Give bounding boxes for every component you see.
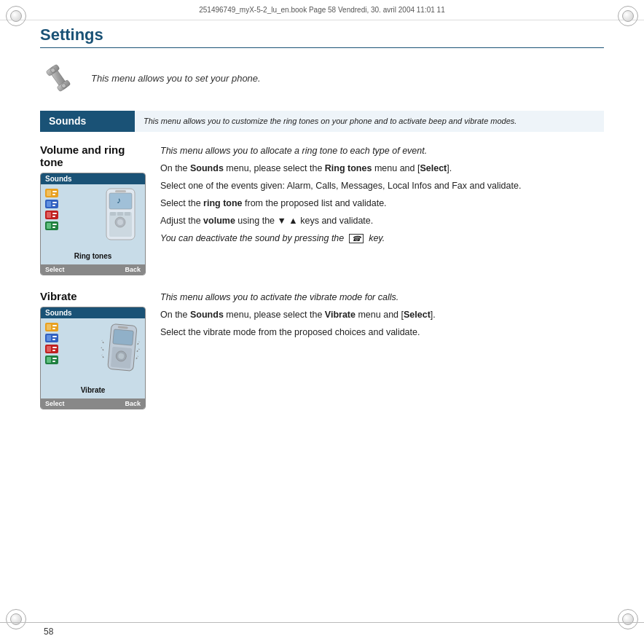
vol-desc-1: This menu allows you to allocate a ring …: [160, 144, 604, 158]
svg-rect-28: [117, 212, 123, 216]
phone-screen-body-ringtones: ♪ Ring tones: [41, 184, 145, 264]
top-bar: 251496749_myX-5-2_lu_en.book Page 58 Ven…: [0, 0, 644, 20]
vol-volume-bold: volume: [203, 216, 235, 226]
svg-rect-12: [52, 205, 55, 206]
svg-rect-20: [52, 227, 55, 228]
vibrate-right: This menu allows you to activate the vib…: [160, 290, 604, 412]
svg-rect-18: [47, 223, 51, 229]
svg-rect-8: [52, 194, 55, 195]
menu-icon-2: [45, 200, 58, 208]
svg-rect-6: [47, 190, 51, 196]
vib-icon-row-1: [45, 323, 58, 331]
svg-line-47: [102, 340, 103, 343]
top-bar-text: 251496749_myX-5-2_lu_en.book Page 58 Ven…: [199, 6, 444, 14]
svg-rect-45: [52, 358, 57, 359]
phone-screen-icons: [45, 189, 58, 230]
menu-icon-3: [45, 211, 58, 219]
phone-select-ringtones: Select: [45, 266, 65, 273]
svg-rect-27: [110, 212, 116, 216]
svg-rect-14: [47, 212, 51, 218]
svg-line-58: [136, 356, 138, 359]
svg-rect-46: [52, 361, 55, 362]
main-content: Settings This menu: [40, 25, 604, 619]
vol-select-bold: Select: [420, 163, 447, 173]
phone-screen-header-sounds: Sounds: [41, 173, 145, 184]
phone-screen-ringtones: Sounds: [40, 173, 146, 275]
svg-text:♪: ♪: [117, 195, 121, 205]
icon-row-2: [45, 200, 58, 208]
vib-icon-row-3: [45, 345, 58, 353]
vib-menu-icon-3: [45, 345, 58, 353]
vib-desc-1: This menu allows you to activate the vib…: [160, 290, 604, 305]
vol-desc-2: On the Sounds menu, please select the Ri…: [160, 161, 604, 176]
vol-ringtones-bold: Ring tones: [325, 163, 372, 173]
sounds-label: Sounds: [40, 111, 135, 132]
volume-left: Volume and ring tone Sounds: [40, 144, 146, 278]
phone-ringtones-label: Ring tones: [74, 252, 112, 260]
vol-desc-6: You can deactivate the sound by pressing…: [160, 231, 604, 246]
svg-rect-34: [52, 328, 55, 329]
intro-text: This menu allows you to set your phone.: [91, 73, 261, 84]
phone-svg-ringtones: ♪: [101, 187, 141, 244]
volume-section: Volume and ring tone Sounds: [40, 144, 604, 278]
svg-rect-44: [47, 357, 51, 363]
phone-screen-header-vibrate: Sounds: [41, 307, 145, 318]
icon-row-3: [45, 211, 58, 219]
phone-screen-icons-vibrate: [45, 323, 58, 364]
icon-row-4: [45, 221, 58, 230]
phone-select-vibrate: Select: [45, 400, 65, 407]
vibrate-section: Vibrate Sounds: [40, 290, 604, 412]
vib-sounds-bold: Sounds: [190, 310, 224, 320]
phone-footer-ringtones: Select Back: [41, 264, 145, 275]
vibrate-left: Vibrate Sounds: [40, 290, 146, 412]
volume-right: This menu allows you to allocate a ring …: [160, 144, 604, 278]
svg-line-56: [138, 342, 139, 345]
svg-line-49: [102, 355, 103, 358]
svg-rect-33: [52, 325, 57, 326]
vib-menu-icon-2: [45, 334, 58, 342]
phone-footer-vibrate: Select Back: [41, 398, 145, 409]
vib-desc-3: Select the vibrate mode from the propose…: [160, 325, 604, 339]
vib-menu-icon-4: [45, 356, 58, 364]
vol-desc-3: Select one of the events given: Alarm, C…: [160, 178, 604, 193]
svg-rect-41: [52, 347, 57, 348]
svg-rect-29: [125, 212, 130, 216]
svg-rect-36: [47, 335, 51, 341]
phone-back-vibrate: Back: [125, 400, 141, 407]
page-title: Settings: [40, 25, 604, 48]
svg-rect-19: [52, 224, 57, 225]
svg-rect-15: [52, 213, 57, 214]
phone-screen-vibrate: Sounds: [40, 307, 146, 409]
vol-desc-4: Select the ring tone from the proposed l…: [160, 196, 604, 211]
svg-rect-42: [52, 350, 55, 351]
vib-icon-row-4: [45, 356, 58, 364]
vib-desc-2: On the Sounds menu, please select the Vi…: [160, 307, 604, 322]
vib-icon-row-2: [45, 334, 58, 342]
menu-icon-4: [45, 221, 58, 230]
vibrate-title: Vibrate: [40, 290, 146, 302]
sounds-desc: This menu allows you to customize the ri…: [135, 111, 604, 132]
svg-rect-40: [47, 346, 51, 352]
volume-title: Volume and ring tone: [40, 144, 146, 168]
phone-vibrate-label: Vibrate: [81, 386, 106, 394]
svg-rect-38: [52, 339, 55, 340]
wrench-icon: [40, 60, 76, 96]
phone-screen-body-vibrate: Vibrate: [41, 318, 145, 398]
svg-rect-11: [52, 202, 57, 203]
svg-point-26: [117, 219, 123, 225]
svg-line-57: [137, 349, 139, 352]
svg-line-48: [101, 347, 103, 350]
phone-svg-vibrate: [101, 321, 141, 378]
svg-rect-16: [52, 216, 55, 217]
menu-icon-1: [45, 189, 58, 197]
corner-tl: [6, 6, 35, 35]
svg-rect-7: [52, 191, 57, 192]
vib-select-bold: Select: [404, 310, 431, 320]
svg-rect-10: [47, 201, 51, 207]
vib-menu-icon-1: [45, 323, 58, 331]
vol-desc-5: Adjust the volume using the ▼ ▲ keys and…: [160, 213, 604, 228]
bottom-bar: 58: [0, 622, 644, 640]
sounds-header: Sounds This menu allows you to customize…: [40, 111, 604, 132]
vol-sounds-bold: Sounds: [190, 163, 224, 173]
svg-rect-23: [115, 190, 126, 192]
